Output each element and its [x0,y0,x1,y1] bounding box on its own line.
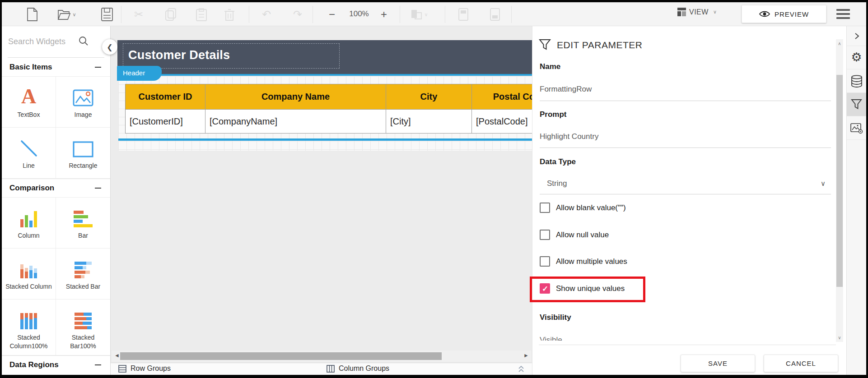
page-header-button[interactable] [456,7,471,22]
widget-textbox[interactable]: A TextBox [2,77,56,128]
undo-button[interactable]: ↶ [259,7,274,22]
widget-image[interactable]: Image [56,77,110,128]
name-input[interactable]: FormattingRow [540,85,592,94]
search-input[interactable]: Search Widgets [8,37,65,46]
chevron-down-icon: ∨ [72,12,76,18]
data-type-select[interactable]: String [547,179,567,188]
widget-search[interactable]: Search Widgets [2,26,110,58]
allow-null-value-checkbox[interactable] [540,230,550,240]
comparison-grid: Column Bar [2,197,110,355]
page-header-band[interactable]: Customer Details [117,40,532,74]
widget-stacked-column-100[interactable]: Stacked Column100% [2,300,56,355]
new-file-button[interactable] [25,7,39,22]
widget-stacked-bar[interactable]: Stacked Bar [56,249,110,300]
chevron-down-icon: ∨ [713,9,717,15]
basic-items-grid: A TextBox Image Line [2,76,110,179]
section-basic-items[interactable]: Basic Items [2,58,110,76]
prompt-label: Prompt [540,110,567,119]
visibility-value-clipped: Visible [540,336,562,341]
chevron-down-icon[interactable]: ∨ [821,180,826,188]
collapse-section-icon[interactable] [95,67,101,68]
zoom-out-button[interactable]: − [325,7,339,22]
table-data-cell[interactable]: [CompanyName] [205,110,386,134]
widget-line[interactable]: Line [2,128,56,179]
widgets-sidebar: Search Widgets Basic Items A TextBox [2,26,111,375]
delete-button[interactable] [222,7,237,22]
band-divider-line [117,74,532,76]
cut-button[interactable]: ✂ [131,7,146,22]
collapse-grouping-bar-button[interactable] [518,365,525,375]
menu-button[interactable] [836,9,850,19]
settings-tab[interactable]: ⚙ [847,46,866,69]
collapse-panel-button[interactable] [847,26,866,46]
scrollbar-thumb[interactable] [836,75,843,287]
scrollbar-thumb[interactable] [120,352,442,360]
allow-blank-value-row: Allow blank value("") [540,203,626,213]
widget-label: Image [58,111,108,119]
widget-stacked-bar-100[interactable]: Stacked Bar100% [56,300,110,355]
panel-scrollbar[interactable]: ∧ ∨ [836,39,843,342]
data-source-tab[interactable] [847,69,866,93]
prompt-input[interactable]: Highlight Country [540,132,598,141]
allow-blank-value-checkbox[interactable] [540,203,550,213]
zoom-in-button[interactable]: + [377,7,391,22]
scroll-left-arrow[interactable]: ◄ [114,352,120,359]
search-icon[interactable] [79,36,89,48]
view-dropdown[interactable]: VIEW ∨ [677,8,717,16]
collapse-sidebar-button[interactable]: ❮ [102,39,117,55]
copy-button[interactable] [163,7,178,22]
report-title-textbox[interactable]: Customer Details [128,48,230,62]
collapse-section-icon[interactable] [95,364,101,365]
image-settings-tab[interactable] [847,116,866,140]
toolbar-separator [313,6,313,23]
widget-label: TextBox [4,111,54,119]
footer-divider [539,345,836,345]
page-footer-button[interactable] [488,7,502,22]
parameters-tab[interactable] [847,93,866,116]
scroll-up-arrow[interactable]: ∧ [836,41,843,46]
widget-stacked-column[interactable]: Stacked Column [2,249,56,300]
table-data-cell[interactable]: [PostalCode] [472,110,532,134]
collapse-section-icon[interactable] [95,188,101,189]
textbox-icon: A [21,87,36,106]
table-data-cell[interactable]: [City] [386,110,472,134]
allow-multiple-values-checkbox[interactable] [540,256,550,267]
section-data-regions[interactable]: Data Regions [2,355,110,374]
column-groups-button[interactable]: Column Groups [327,364,389,373]
header-band-tab[interactable]: Header [117,66,162,81]
widget-rectangle[interactable]: Rectangle [56,128,110,179]
checkbox-label: Allow blank value("") [556,203,626,212]
scroll-right-arrow[interactable]: ► [523,352,529,359]
horizontal-scrollbar[interactable]: ◄ ► [112,350,531,362]
checkbox-label: Allow null value [556,230,609,240]
view-label: VIEW [689,8,709,16]
preview-button[interactable]: PREVIEW [742,5,826,23]
insert-shape-button[interactable]: ∨ [409,7,430,22]
report-designer-window: ∨ ✂ ↶ ↷ − 100% + ∨ [0,0,868,378]
section-comparison[interactable]: Comparison [2,179,110,197]
table-header-cell[interactable]: Postal Code [472,84,532,110]
paste-button[interactable] [194,7,209,22]
open-file-button[interactable]: ∨ [57,7,77,22]
design-canvas[interactable]: Customer Details Header Customer ID Comp… [111,26,532,375]
table-header-cell[interactable]: Company Name [205,84,386,110]
table-header-row: Customer ID Company Name City Postal Cod… [125,84,532,110]
save-button[interactable] [100,7,114,22]
table-header-cell[interactable]: Customer ID [125,84,205,110]
name-label: Name [540,62,560,71]
widget-bar-chart[interactable]: Bar [56,198,110,249]
redo-button[interactable]: ↷ [290,7,305,22]
row-groups-button[interactable]: Row Groups [118,364,171,373]
save-button[interactable]: SAVE [681,355,755,372]
edit-parameter-panel: EDIT PARAMETER Name FormattingRow Prompt… [532,26,846,375]
scroll-down-arrow[interactable]: ∨ [836,335,843,340]
cancel-button[interactable]: CANCEL [764,355,838,372]
allow-null-value-row: Allow null value [540,230,609,240]
panel-title: EDIT PARAMETER [557,40,642,51]
widget-label: Stacked Bar100% [58,333,108,350]
customer-table[interactable]: Customer ID Company Name City Postal Cod… [125,84,532,134]
widget-column-chart[interactable]: Column [2,198,56,249]
table-data-cell[interactable]: [CustomerID] [125,110,205,134]
column-groups-icon [327,365,335,373]
table-header-cell[interactable]: City [386,84,472,110]
